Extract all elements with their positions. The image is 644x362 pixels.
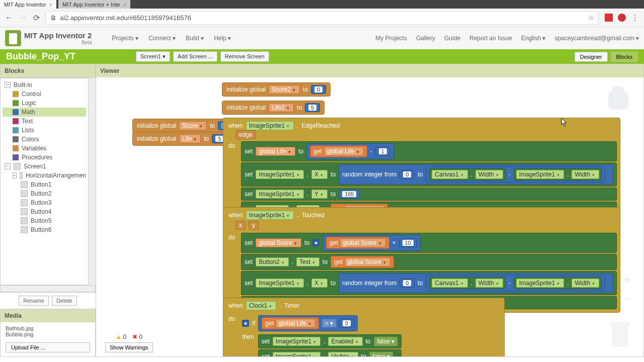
user-email[interactable]: spaceycambread@gmail.com ▾ (554, 35, 639, 42)
upload-file-button[interactable]: Upload File ... (6, 342, 90, 352)
blocks-canvas[interactable]: initialize globalScore2to0 initialize gl… (96, 77, 643, 356)
cat-colors[interactable]: Colors (22, 136, 39, 143)
sprite-drop[interactable]: ImageSprite1 (516, 170, 564, 179)
get-life[interactable]: getglobal Life (310, 145, 367, 157)
init-life2-block[interactable]: initialize globalLife2to5 (222, 101, 325, 115)
remove-screen-button[interactable]: Remove Screen (220, 51, 269, 62)
cat-control[interactable]: Control (22, 90, 41, 98)
num-literal[interactable]: 10 (403, 240, 414, 246)
edge-reached-event[interactable]: whenImageSprite1.EdgeReached edge do set… (223, 118, 620, 221)
zoom-in-icon[interactable]: ＋ (621, 272, 632, 287)
set-sprite-x-stmt[interactable]: setImageSprite1.Xto random integer from0… (241, 162, 617, 187)
var-name[interactable]: Score2 (269, 85, 300, 94)
canvas-drop[interactable]: Canvas1 (432, 170, 467, 179)
gallery-link[interactable]: Gallery (416, 35, 435, 42)
get-score[interactable]: getglobal Score (331, 256, 393, 268)
width-prop[interactable]: Width (572, 279, 599, 288)
num-socket[interactable]: 5 (305, 103, 320, 112)
edge-param[interactable]: edge (235, 130, 256, 139)
var-name[interactable]: Life (179, 134, 201, 143)
num-literal[interactable]: 0 (314, 86, 323, 93)
blocks-button[interactable]: Blocks (611, 52, 638, 62)
collapse-icon[interactable]: − (13, 172, 17, 178)
back-icon[interactable]: ← (5, 13, 13, 22)
get-score[interactable]: getglobal Score (326, 237, 389, 249)
lang-dropdown[interactable]: English ▾ (521, 35, 546, 42)
sprite-dropdown[interactable]: ImageSprite1 (256, 279, 303, 288)
prop-y[interactable]: Y (311, 190, 328, 199)
num-literal[interactable]: 0 (403, 171, 411, 177)
cat-procedures[interactable]: Procedures (22, 154, 52, 161)
gear-icon[interactable]: ✷ (242, 320, 249, 327)
sprite-dropdown[interactable]: ImageSprite1 (273, 352, 320, 356)
collapse-icon[interactable]: − (5, 82, 11, 88)
prop-x[interactable]: X (311, 170, 328, 179)
delete-button[interactable]: Delete (52, 296, 77, 306)
sprite-dropdown[interactable]: ImageSprite1 (256, 190, 303, 199)
tree-hscroll[interactable] (0, 285, 96, 292)
screen1-node[interactable]: Screen1 (24, 163, 46, 170)
width-subtract[interactable]: Canvas1.Width-ImageSprite1.Width (426, 275, 605, 291)
get-life[interactable]: getglobal Life (262, 317, 318, 329)
url-input[interactable]: 🗎 ai2.appinventor.mit.edu/#6501185979416… (46, 11, 599, 25)
init-score-block[interactable]: initialize globalScoreto0 (132, 119, 238, 133)
sprite-dropdown[interactable]: ImageSprite1 (246, 211, 294, 220)
touched-event[interactable]: whenImageSprite1.Touched xy do setglobal… (223, 207, 620, 313)
guide-link[interactable]: Guide (444, 35, 460, 42)
my-projects-link[interactable]: My Projects (375, 35, 407, 42)
num-literal[interactable]: 165 (342, 191, 356, 197)
zoom-out-icon[interactable]: － (621, 291, 632, 306)
btn2-drop[interactable]: Button2 (256, 257, 288, 266)
num-literal[interactable]: 1 (379, 148, 387, 154)
close-icon[interactable]: × (123, 2, 126, 8)
x-param[interactable]: x (235, 221, 246, 230)
false-block[interactable]: false ▾ (374, 336, 398, 346)
timer-event[interactable]: whenClock1.Timer do ✷if getglobal Life= … (223, 298, 505, 356)
init-life-block[interactable]: initialize globalLifeto5 (132, 132, 232, 146)
rename-button[interactable]: Rename (19, 296, 49, 306)
set-sprite-y-stmt[interactable]: setImageSprite1.Yto165 (241, 188, 617, 201)
menu-build[interactable]: Build ▾ (186, 35, 204, 42)
sprite-dropdown[interactable]: ImageSprite1 (273, 337, 320, 346)
false-block[interactable]: false ▾ (369, 351, 394, 356)
set-score-stmt[interactable]: setglobal Scoreto✷ getglobal Score+10 (241, 233, 617, 253)
backpack-icon[interactable] (603, 82, 633, 113)
var-drop[interactable]: global Score (256, 238, 301, 247)
var-name[interactable]: Score (179, 121, 207, 130)
add-expr[interactable]: getglobal Score+10 (323, 235, 421, 251)
sprite-width[interactable]: ImageSprite1.Width (514, 277, 602, 289)
show-warnings-button[interactable]: Show Warnings (105, 342, 153, 352)
width-prop[interactable]: Width (475, 279, 503, 288)
cat-lists[interactable]: Lists (22, 127, 34, 134)
gear-icon[interactable]: ✷ (312, 239, 319, 246)
button2-node[interactable]: Button2 (31, 190, 51, 197)
sprite-dropdown[interactable]: ImageSprite1 (246, 121, 294, 130)
num-socket[interactable]: 0 (311, 85, 326, 94)
cat-math[interactable]: Math (22, 109, 35, 116)
tree-scrollbar[interactable] (89, 78, 96, 285)
button5-node[interactable]: Button5 (31, 217, 51, 224)
var-drop[interactable]: global Life (276, 319, 315, 328)
if-block[interactable]: ✷if getglobal Life= ▾0 then setImageSpri… (240, 313, 501, 356)
blocks-tree[interactable]: −Built-in Control Logic Math Text Lists … (0, 78, 89, 285)
menu-help[interactable]: Help ▾ (214, 35, 231, 42)
num-literal[interactable]: 0 (403, 280, 411, 286)
clock-dropdown[interactable]: Clock1 (246, 301, 277, 310)
add-screen-button[interactable]: Add Screen ... (173, 51, 217, 62)
abp-icon[interactable] (618, 14, 626, 22)
num-literal[interactable]: 5 (308, 105, 316, 111)
star-icon[interactable]: ☆ (588, 14, 594, 22)
var-name[interactable]: Life2 (269, 103, 294, 112)
canvas-width[interactable]: Canvas1.Width (429, 277, 505, 289)
designer-button[interactable]: Designer (575, 52, 608, 62)
canvas-drop[interactable]: Canvas1 (432, 279, 467, 288)
set-sprite-x-stmt2[interactable]: setImageSprite1.Xto random integer from0… (241, 271, 617, 295)
close-icon[interactable]: × (49, 2, 52, 8)
button6-node[interactable]: Button6 (31, 226, 51, 233)
cat-logic[interactable]: Logic (22, 100, 36, 107)
media-file[interactable]: Bubble.png (6, 331, 90, 337)
harr-node[interactable]: HorizontalArrangemen (26, 172, 86, 179)
init-score2-block[interactable]: initialize globalScore2to0 (222, 82, 331, 97)
set-visible-stmt[interactable]: setImageSprite1.Visibletofalse ▾ (258, 349, 401, 356)
cat-variables[interactable]: Variables (22, 145, 46, 152)
